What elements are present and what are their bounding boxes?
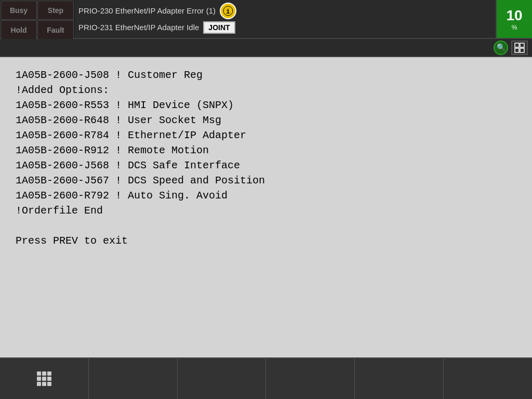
layout-icon — [514, 43, 525, 53]
svg-text:i: i — [226, 8, 230, 16]
step-button[interactable]: Step — [37, 1, 74, 20]
top-bar: Busy Step Hold Fault Run I/O Prod TCyc P… — [0, 0, 532, 39]
zoom-button[interactable]: 🔍 — [494, 41, 508, 55]
bottom-btn-4[interactable] — [266, 358, 355, 399]
zoom-icon: 🔍 — [497, 43, 506, 52]
busy-button[interactable]: Busy — [1, 1, 37, 20]
layout-button[interactable] — [511, 41, 528, 55]
bottom-btn-grid[interactable] — [0, 358, 89, 399]
idle-line: PRIO-231 EtherNet/IP Adapter Idle JOINT — [78, 19, 491, 36]
bottom-bar — [0, 357, 532, 399]
svg-rect-3 — [520, 43, 524, 47]
bottom-btn-2[interactable] — [89, 358, 178, 399]
svg-rect-4 — [515, 48, 519, 52]
svg-rect-5 — [520, 48, 524, 52]
hold-button[interactable]: Hold — [1, 20, 37, 39]
middle-info: PRIO-230 EtherNet/IP Adapter Error (1) i… — [74, 0, 496, 38]
bottom-btn-5[interactable] — [355, 358, 444, 399]
percent-box: 10 % — [496, 0, 532, 38]
idle-text: PRIO-231 EtherNet/IP Adapter Idle — [78, 23, 199, 32]
percent-unit: % — [512, 24, 517, 31]
error-text: PRIO-230 EtherNet/IP Adapter Error (1) — [78, 6, 216, 15]
code-display: 1A05B-2600-J508 ! Customer Reg !Added Op… — [16, 68, 516, 248]
bottom-btn-6[interactable] — [444, 358, 532, 399]
error-line: PRIO-230 EtherNet/IP Adapter Error (1) i — [78, 3, 491, 19]
toolbar: 🔍 — [0, 39, 532, 57]
joint-badge: JOINT — [203, 21, 235, 34]
svg-rect-2 — [515, 43, 519, 47]
percent-value: 10 — [506, 7, 522, 24]
fault-button[interactable]: Fault — [37, 20, 74, 39]
main-content: 1A05B-2600-J508 ! Customer Reg !Added Op… — [0, 57, 532, 357]
grid-icon — [37, 371, 51, 386]
bottom-btn-3[interactable] — [178, 358, 267, 399]
warning-icon: i — [220, 3, 236, 19]
status-buttons: Busy Step Hold Fault Run I/O Prod TCyc — [0, 0, 74, 38]
